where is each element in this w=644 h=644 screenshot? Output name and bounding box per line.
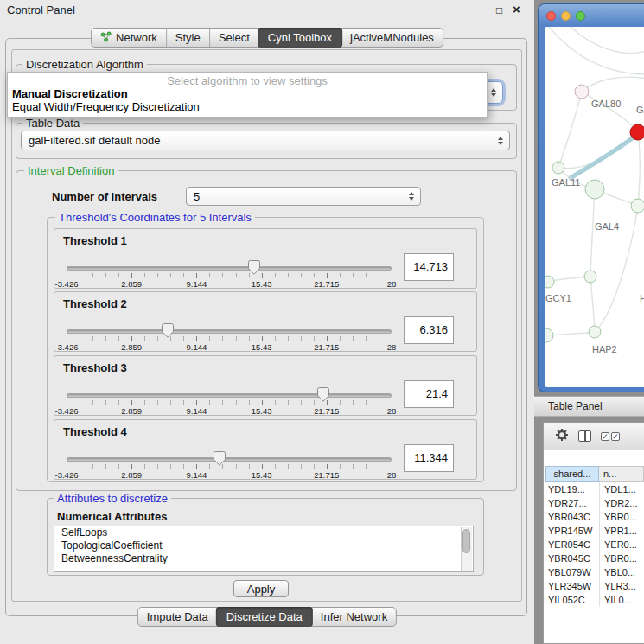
network-edge[interactable]	[558, 92, 582, 168]
network-edge[interactable]	[638, 132, 640, 206]
table-row[interactable]: YIL052CYIL0...	[545, 593, 644, 607]
network-node[interactable]	[630, 124, 644, 140]
slider-handle[interactable]	[162, 323, 174, 338]
table-row[interactable]: YLR345WYLR3...	[545, 579, 644, 593]
table-cell[interactable]: YDL19...	[545, 482, 599, 496]
table-cell[interactable]: YPR145W	[545, 524, 599, 538]
table-cell[interactable]: YDR2...	[599, 496, 644, 510]
table-cell[interactable]: YBR0...	[599, 510, 644, 524]
table-cell[interactable]: YER0...	[599, 538, 644, 552]
threshold-2-value-field[interactable]: 6.316	[404, 316, 454, 344]
number-of-intervals-combobox[interactable]: 5	[186, 187, 421, 206]
network-canvas[interactable]: GAL80GAGAL11GAL4GCY1HHAP2	[545, 27, 644, 387]
table-cell[interactable]: YER054C	[545, 538, 599, 552]
select-columns-icon[interactable]: ✓ ✓	[601, 432, 620, 441]
list-item[interactable]: SelfLoops	[54, 526, 473, 539]
threshold-3-label: Threshold 3	[63, 361, 127, 374]
list-item[interactable]: TopologicalCoefficient	[54, 539, 473, 552]
table-row[interactable]: YDR27...YDR2...	[545, 496, 644, 510]
threshold-4-value-field[interactable]: 11.344	[404, 444, 454, 472]
table-row[interactable]: YBR045CYBR0...	[545, 552, 644, 565]
table-row[interactable]: YDL19...YDL1...	[545, 482, 644, 496]
close-panel-icon[interactable]: ×	[513, 2, 520, 16]
table-cell[interactable]: YBR043C	[545, 510, 599, 524]
table-cell[interactable]: YPR1...	[599, 524, 644, 538]
network-node[interactable]	[589, 326, 601, 338]
network-edge[interactable]	[569, 136, 635, 179]
threshold-1-value-field[interactable]: 14.713	[404, 253, 454, 281]
tab-infer-network[interactable]: Infer Network	[312, 608, 396, 626]
table-panel-header[interactable]: Table Panel	[534, 396, 644, 417]
window-close-light[interactable]	[546, 11, 556, 21]
threshold-3-slider[interactable]: -3.4262.8599.14415.4321.71528	[67, 389, 392, 415]
network-node[interactable]	[631, 199, 644, 213]
slider-handle[interactable]	[214, 451, 226, 466]
network-edge[interactable]	[571, 27, 644, 54]
table-row[interactable]: YER054CYER0...	[545, 538, 644, 552]
table-data-combobox[interactable]: galFiltered.sif default node	[21, 131, 510, 150]
window-minimize-light[interactable]	[561, 11, 571, 21]
table-row[interactable]: YPR145WYPR1...	[545, 524, 644, 538]
column-header-name[interactable]: n...	[599, 466, 644, 482]
table-cell[interactable]: YBL079W	[545, 565, 599, 579]
network-node[interactable]	[545, 276, 554, 288]
network-node[interactable]	[575, 85, 589, 99]
list-scrollbar[interactable]	[461, 527, 472, 571]
tab-network[interactable]: Network	[92, 29, 166, 47]
table-cell[interactable]: YLR3...	[599, 579, 644, 593]
column-header-shared-name[interactable]: shared...	[545, 466, 599, 482]
tab-jactivemnodules[interactable]: jActiveMNodules	[341, 29, 443, 47]
tab-cyni-toolbox[interactable]: Cyni Toolbox	[258, 28, 342, 48]
columns-icon[interactable]	[578, 430, 591, 442]
slider-track[interactable]	[67, 266, 392, 271]
network-node[interactable]	[552, 162, 564, 174]
network-edge[interactable]	[590, 189, 595, 277]
threshold-4-slider[interactable]: -3.4262.8599.14415.4321.71528	[67, 453, 392, 479]
tab-discretize-data[interactable]: Discretize Data	[216, 607, 313, 627]
network-node[interactable]	[584, 271, 596, 283]
table-cell[interactable]: YBR045C	[545, 552, 599, 565]
network-view-window[interactable]: GAL80GAGAL11GAL4GCY1HHAP2	[538, 3, 644, 392]
list-scrollbar-thumb[interactable]	[462, 529, 470, 553]
table-cell[interactable]: YDR27...	[545, 496, 599, 510]
table-row[interactable]: YBR043CYBR0...	[545, 510, 644, 524]
table-row[interactable]: YBL079WYBL0...	[545, 565, 644, 579]
table-cell[interactable]: YBL0...	[599, 565, 644, 579]
network-edge[interactable]	[549, 27, 644, 74]
table-cell[interactable]: YLR345W	[545, 579, 599, 593]
tab-impute-data[interactable]: Impute Data	[138, 608, 217, 626]
slider-handle[interactable]	[248, 260, 260, 275]
tab-style[interactable]: Style	[166, 29, 209, 47]
table-cell[interactable]: YIL052C	[545, 593, 599, 607]
tick-label: 21.715	[314, 470, 339, 480]
threshold-1-slider[interactable]: -3.4262.8599.14415.4321.71528	[67, 262, 392, 288]
network-node[interactable]	[545, 328, 553, 342]
interval-definition-group-title: Interval Definition	[24, 164, 118, 177]
tick-label: 2.859	[121, 342, 142, 352]
discretization-algorithm-group-title: Discretization Algorithm	[22, 58, 147, 71]
dropdown-option-equal-width[interactable]: Equal Width/Frequency Discretization	[8, 100, 487, 113]
apply-button[interactable]: Apply	[233, 580, 289, 597]
threshold-1-label: Threshold 1	[63, 234, 127, 247]
dropdown-option-manual[interactable]: Manual Discretization	[8, 87, 487, 100]
slider-handle[interactable]	[317, 387, 329, 402]
threshold-3-value-field[interactable]: 21.4	[404, 380, 454, 408]
table-cell[interactable]: YDL1...	[599, 482, 644, 496]
numerical-attributes-list[interactable]: SelfLoops TopologicalCoefficient Between…	[54, 526, 474, 572]
network-svg[interactable]: GAL80GAGAL11GAL4GCY1HHAP2	[545, 27, 644, 387]
table-header-row: shared... n...	[545, 466, 644, 482]
network-node[interactable]	[585, 180, 604, 199]
threshold-2-slider[interactable]: -3.4262.8599.14415.4321.71528	[67, 325, 392, 351]
slider-track[interactable]	[67, 393, 392, 398]
network-edge[interactable]	[582, 77, 644, 92]
slider-track[interactable]	[67, 457, 392, 462]
window-zoom-light[interactable]	[576, 11, 585, 21]
network-edge[interactable]	[590, 277, 595, 332]
slider-track[interactable]	[67, 329, 392, 334]
table-cell[interactable]: YIL0...	[599, 593, 644, 607]
tab-select[interactable]: Select	[209, 29, 258, 47]
table-cell[interactable]: YBR0...	[599, 552, 644, 565]
float-window-icon[interactable]: □	[496, 4, 502, 16]
list-item[interactable]: BetweennessCentrality	[54, 552, 473, 565]
gear-icon[interactable]	[555, 428, 569, 445]
